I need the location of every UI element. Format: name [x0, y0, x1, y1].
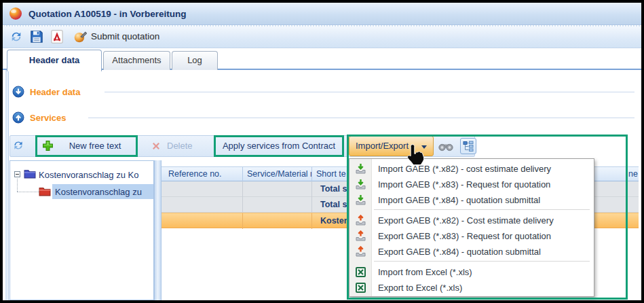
menu-item-import-gaeb-x84[interactable]: Import GAEB (*.x84) - quotation submitta…: [349, 192, 594, 208]
section-divider: [88, 118, 634, 118]
chevron-down-icon: [421, 145, 427, 149]
tree-root-node[interactable]: Kostenvoranschlag zu Ko: [39, 170, 138, 180]
refresh-icon[interactable]: [12, 139, 24, 152]
import-gaeb-icon: [355, 163, 366, 175]
column-header-reference-no[interactable]: Reference no.: [164, 167, 243, 182]
section-services: Services: [30, 113, 67, 123]
grid-cell: [243, 197, 312, 213]
panel-splitter[interactable]: [154, 160, 162, 300]
new-free-text-label: New free text: [57, 135, 133, 157]
submit-quotation-button[interactable]: Submit quotation: [91, 25, 159, 48]
import-export-button[interactable]: Import/Export: [349, 136, 434, 156]
delete-button[interactable]: Delete: [167, 135, 193, 157]
menu-item-label: Import from Excel (*.xls): [378, 264, 472, 280]
title-bar: Quotation A100519 - in Vorbereitung: [3, 3, 641, 25]
tab-header-data[interactable]: Header data: [7, 50, 102, 71]
application-window: Quotation A100519 - in Vorbereitung Subm…: [0, 0, 644, 303]
apply-services-button[interactable]: Apply services from Contract: [214, 135, 344, 157]
grid-cell-short-text: Total su: [316, 181, 352, 197]
menu-item-import-excel[interactable]: Import from Excel (*.xls): [349, 264, 594, 280]
menu-item-import-gaeb-x82[interactable]: Import GAEB (*.x82) - cost estimate deli…: [349, 161, 594, 177]
menu-separator: [374, 261, 590, 262]
grid-cell: [162, 197, 243, 213]
menu-separator: [374, 209, 590, 210]
menu-item-export-excel[interactable]: Export to Excel (*.xls): [349, 280, 594, 296]
grid-cell: [243, 213, 312, 229]
export-gaeb-icon: [355, 230, 366, 242]
delete-icon: [151, 141, 162, 152]
menu-item-label: Export GAEB (*.x83) - Request for quotat…: [378, 228, 551, 244]
tree-view-button[interactable]: [460, 138, 476, 154]
grid-cell: [162, 213, 243, 229]
tab-attachments[interactable]: Attachments: [103, 51, 170, 70]
menu-item-label: Import GAEB (*.x82) - cost estimate deli…: [378, 161, 551, 177]
refresh-icon[interactable]: [10, 30, 23, 43]
menu-item-label: Import GAEB (*.x84) - quotation submitta…: [378, 192, 540, 208]
grid-cell: [243, 181, 312, 197]
import-gaeb-icon: [355, 194, 366, 206]
blue-folder-icon: [24, 168, 36, 179]
submit-quotation-icon[interactable]: [73, 30, 87, 43]
menu-item-import-gaeb-x83[interactable]: Import GAEB (*.x83) - Request for quotat…: [349, 177, 594, 192]
menu-item-label: Export GAEB (*.x84) - quotation submitta…: [378, 244, 541, 260]
import-export-label: Import/Export: [356, 137, 409, 156]
pdf-icon[interactable]: [50, 30, 64, 43]
import-export-menu: Import GAEB (*.x82) - cost estimate deli…: [349, 158, 594, 297]
tree-view-icon: [463, 141, 474, 152]
excel-icon: [355, 282, 366, 293]
collapsed-side-strip: [5, 70, 9, 300]
tree-child-node-selected[interactable]: Kostenvoranschlag zu: [55, 187, 142, 197]
menu-item-export-gaeb-x83[interactable]: Export GAEB (*.x83) - Request for quotat…: [349, 228, 594, 244]
grid-cell: [162, 181, 243, 197]
column-header-service-material[interactable]: Service/Material r: [243, 167, 312, 182]
tree-connector: [17, 179, 18, 192]
menu-item-export-gaeb-x84[interactable]: Export GAEB (*.x84) - quotation submitta…: [349, 244, 594, 260]
section-header-data: Header data: [30, 87, 80, 97]
collapse-section-icon[interactable]: [12, 86, 24, 98]
export-gaeb-icon: [355, 215, 366, 226]
plus-icon: [42, 140, 54, 152]
tab-log[interactable]: Log: [172, 51, 218, 70]
menu-item-export-gaeb-x82[interactable]: Export GAEB (*.x82) - Cost estimate deli…: [349, 213, 594, 228]
app-logo-icon: [8, 6, 23, 21]
menu-item-label: Export GAEB (*.x82) - Cost estimate deli…: [378, 213, 554, 228]
menu-item-label: Import GAEB (*.x83) - Request for quotat…: [378, 177, 550, 192]
new-free-text-button[interactable]: New free text: [35, 135, 138, 157]
window-title: Quotation A100519 - in Vorbereitung: [29, 3, 187, 25]
grid-cell-short-text: Total su: [316, 197, 352, 213]
expand-section-icon[interactable]: [12, 111, 24, 124]
apply-services-label: Apply services from Contract: [214, 135, 344, 157]
red-folder-icon: [39, 186, 51, 196]
services-tree-panel: Kostenvoranschlag zu Ko Kostenvoranschla…: [10, 160, 154, 300]
tree-connector: [17, 192, 39, 192]
export-gaeb-icon: [355, 246, 366, 257]
excel-icon: [355, 266, 366, 278]
column-header-line-type[interactable]: ne ty: [626, 167, 639, 182]
menu-item-label: Export to Excel (*.xls): [378, 280, 462, 296]
import-gaeb-icon: [355, 179, 366, 190]
binoculars-icon[interactable]: [438, 141, 453, 152]
save-icon[interactable]: [30, 30, 43, 43]
section-divider: [105, 92, 634, 92]
tree-expander-minus[interactable]: [14, 171, 20, 177]
